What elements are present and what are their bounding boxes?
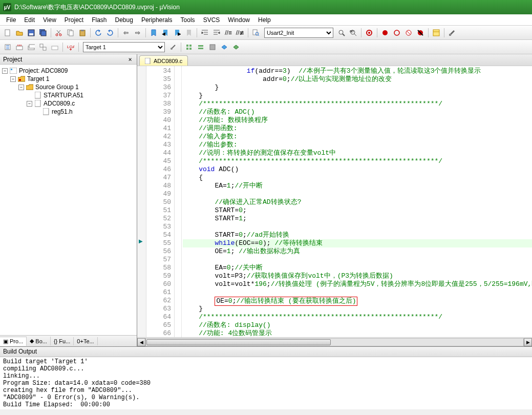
- scroll-right-button[interactable]: ▶: [524, 338, 532, 346]
- find-in-files-button[interactable]: [250, 27, 262, 38]
- menu-svcs[interactable]: SVCS: [199, 15, 224, 25]
- redo-button[interactable]: [104, 27, 116, 38]
- expand-icon[interactable]: −: [27, 101, 32, 107]
- menu-debug[interactable]: Debug: [111, 15, 137, 25]
- manage-multi-button[interactable]: [195, 42, 206, 53]
- svg-rect-33: [16, 46, 23, 50]
- tree-file-reg51[interactable]: reg51.h: [1, 108, 136, 116]
- incremental-find-button[interactable]: ab: [348, 27, 359, 38]
- batch-build-button[interactable]: [37, 42, 49, 53]
- scroll-thumb[interactable]: [146, 339, 331, 345]
- scroll-left-button[interactable]: ◀: [137, 338, 145, 346]
- tab-functions[interactable]: {} Fu...: [51, 337, 74, 345]
- tab-templates[interactable]: 0+Te...: [74, 337, 97, 345]
- editor-body[interactable]: 3435363738394041424344454647484950515253…: [137, 66, 532, 337]
- tree-target[interactable]: − Target 1: [1, 75, 136, 83]
- tree-file-label: STARTUP.A51: [44, 92, 83, 99]
- configure-button[interactable]: [446, 27, 458, 38]
- project-panel-title: Project: [3, 56, 22, 63]
- menu-tools[interactable]: Tools: [177, 15, 199, 25]
- bookmark-prev-button[interactable]: ◀: [160, 27, 171, 38]
- file-icon: [145, 58, 151, 64]
- code-text[interactable]: if(addr==3) //本例子一共有3个测量输入值，轮流读取这3个值并转换显…: [182, 66, 532, 337]
- bookmark-next-button[interactable]: ▶: [172, 27, 183, 38]
- translate-button[interactable]: [2, 42, 13, 53]
- svg-rect-29: [433, 30, 439, 36]
- tree-group[interactable]: − Source Group 1: [1, 83, 136, 91]
- uncomment-button[interactable]: //≢: [235, 27, 246, 38]
- svg-rect-44: [189, 48, 191, 50]
- manage-rte-button[interactable]: [230, 42, 242, 53]
- rebuild-button[interactable]: [26, 42, 37, 53]
- expand-icon[interactable]: −: [2, 68, 8, 74]
- nav-fwd-button[interactable]: ⇨: [132, 27, 143, 38]
- nav-back-button[interactable]: ⇦: [120, 27, 132, 38]
- save-button[interactable]: [26, 27, 37, 38]
- bookmark-clear-button[interactable]: [183, 27, 195, 38]
- window-layout-button[interactable]: [431, 27, 442, 38]
- scroll-track[interactable]: [145, 338, 524, 346]
- project-tree[interactable]: − Project: ADC0809 − Target 1 − Source G…: [0, 65, 137, 335]
- project-panel-header: Project ×: [0, 54, 137, 65]
- menu-bar: File Edit View Project Flash Debug Perip…: [0, 14, 532, 26]
- project-panel-close-button[interactable]: ×: [126, 56, 134, 63]
- editor-tab-adc0809[interactable]: ADC0809.c: [139, 55, 188, 66]
- tab-project[interactable]: ▣Pro...: [0, 337, 27, 346]
- svg-point-16: [339, 30, 343, 34]
- tree-target-label: Target 1: [27, 75, 49, 82]
- build-output-body[interactable]: Build target 'Target 1' compiling ADC080…: [0, 357, 532, 409]
- copy-button[interactable]: [65, 27, 76, 38]
- expand-icon[interactable]: −: [18, 85, 24, 90]
- find-button[interactable]: [336, 27, 347, 38]
- toolbar-build: LOAD Target 1: [0, 40, 532, 54]
- svg-rect-54: [145, 58, 150, 64]
- menu-flash[interactable]: Flash: [88, 15, 111, 25]
- editor-area: ADC0809.c 343536373839404142434445464748…: [137, 54, 532, 346]
- expand-icon[interactable]: −: [10, 76, 16, 82]
- menu-peripherals[interactable]: Peripherals: [137, 15, 177, 25]
- svg-rect-42: [189, 45, 191, 47]
- tree-root[interactable]: − Project: ADC0809: [1, 67, 136, 75]
- breakpoint-gutter[interactable]: [137, 66, 146, 337]
- svg-point-23: [382, 30, 388, 35]
- breakpoint-enable-button[interactable]: [391, 27, 402, 38]
- outdent-button[interactable]: [211, 27, 222, 38]
- download-button[interactable]: LOAD: [65, 42, 76, 53]
- menu-project[interactable]: Project: [60, 15, 88, 25]
- svg-rect-46: [198, 48, 203, 49]
- svg-point-22: [368, 32, 370, 34]
- menu-edit[interactable]: Edit: [20, 15, 39, 25]
- cut-button[interactable]: [53, 27, 65, 38]
- target-options-button[interactable]: [167, 42, 179, 53]
- paste-button[interactable]: [77, 27, 88, 38]
- tab-books[interactable]: ◆Bo...: [27, 337, 51, 345]
- tree-file-adc0809[interactable]: − ADC0809.c: [1, 99, 136, 108]
- find-combo[interactable]: Usart2_Init: [264, 28, 333, 38]
- horizontal-scrollbar[interactable]: ◀ ▶: [137, 337, 532, 346]
- menu-view[interactable]: View: [39, 15, 60, 25]
- manage-project-button[interactable]: [183, 42, 195, 53]
- target-select[interactable]: Target 1: [83, 42, 165, 52]
- open-file-button[interactable]: [14, 27, 25, 38]
- fold-gutter[interactable]: [175, 66, 182, 337]
- menu-help[interactable]: Help: [254, 15, 275, 25]
- undo-button[interactable]: [93, 27, 104, 38]
- stop-build-button[interactable]: [49, 42, 60, 53]
- menu-file[interactable]: File: [2, 15, 20, 25]
- breakpoint-insert-button[interactable]: [379, 27, 391, 38]
- tree-file-startup[interactable]: STARTUP.A51: [1, 91, 136, 99]
- menu-window[interactable]: Window: [224, 15, 254, 25]
- save-all-button[interactable]: [37, 27, 49, 38]
- build-button[interactable]: [14, 42, 25, 53]
- indent-button[interactable]: [199, 27, 210, 38]
- breakpoint-disable-button[interactable]: [403, 27, 414, 38]
- new-file-button[interactable]: [2, 27, 13, 38]
- breakpoint-kill-button[interactable]: [415, 27, 426, 38]
- comment-button[interactable]: //≡: [223, 27, 234, 38]
- manage-books-button[interactable]: [207, 42, 218, 53]
- svg-rect-41: [186, 45, 188, 47]
- manage-components-button[interactable]: [219, 42, 230, 53]
- bookmark-button[interactable]: [148, 27, 159, 38]
- svg-point-24: [394, 30, 399, 35]
- debug-button[interactable]: [364, 27, 375, 38]
